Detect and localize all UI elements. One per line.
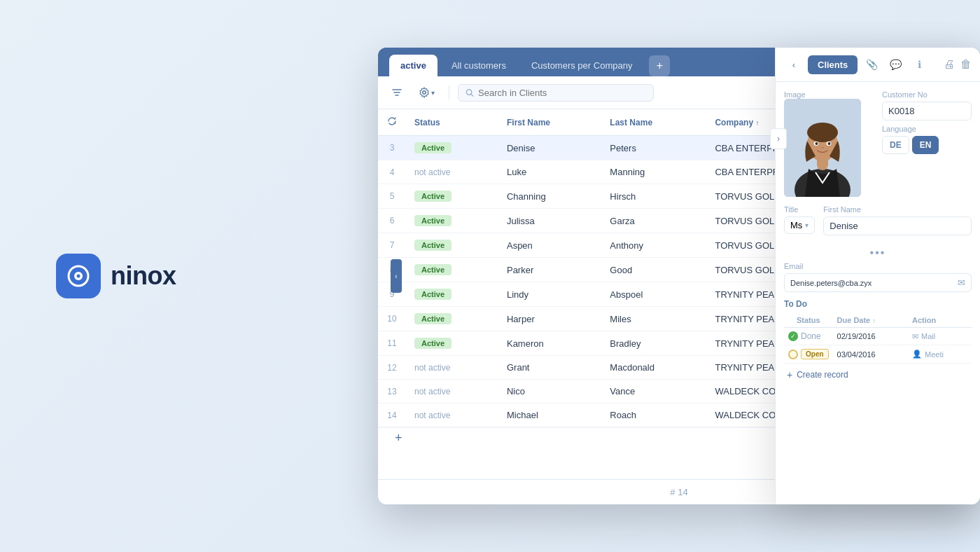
col-refresh[interactable]: [378, 109, 406, 136]
tab-customers-per-company[interactable]: Customers per Company: [520, 55, 644, 76]
row-firstname: Parker: [498, 258, 601, 282]
row-status: Active: [406, 307, 498, 331]
logo-text: ninox: [111, 261, 176, 291]
row-id: 10: [378, 307, 406, 331]
firstname-label: First Name: [823, 205, 972, 214]
row-id: 7: [378, 233, 406, 258]
col-firstname: First Name: [498, 109, 601, 136]
status-badge-active: Active: [414, 191, 451, 202]
status-badge-inactive: not active: [414, 363, 450, 373]
row-firstname: Channing: [498, 184, 601, 209]
status-badge-active: Active: [414, 289, 451, 300]
panel-title-name-row: Title Ms ▾ First Name Denise: [784, 205, 972, 235]
create-record-button[interactable]: + Create record: [784, 364, 972, 386]
language-buttons: DE EN: [882, 136, 972, 154]
collapse-handle[interactable]: ‹: [391, 259, 402, 293]
title-select[interactable]: Ms ▾: [784, 216, 815, 234]
todo-row[interactable]: Open03/04/2016👤 Meeti: [784, 345, 972, 364]
side-panel: ‹ Clients 📎 💬 ℹ 🖨 🗑 Image: [775, 48, 980, 504]
panel-clients-tab[interactable]: Clients: [808, 55, 858, 74]
row-firstname: Luke: [498, 160, 601, 184]
status-badge-inactive: not active: [414, 167, 450, 177]
title-label: Title: [784, 205, 815, 214]
row-status: Active: [406, 282, 498, 307]
search-input[interactable]: [478, 88, 646, 98]
row-id: 13: [378, 380, 406, 403]
row-firstname: Julissa: [498, 209, 601, 233]
row-id: 5: [378, 184, 406, 209]
row-lastname: Macdonald: [601, 356, 706, 380]
status-badge-active: Active: [414, 313, 451, 324]
meeting-icon: 👤: [912, 350, 922, 359]
gear-dropdown-arrow: ▾: [431, 89, 435, 97]
search-box[interactable]: [458, 84, 654, 102]
todo-open-badge: Open: [801, 349, 829, 359]
panel-back-button[interactable]: ‹: [784, 55, 804, 74]
row-id: 14: [378, 403, 406, 427]
add-row-button[interactable]: +: [386, 428, 411, 448]
row-lastname: Good: [601, 258, 706, 282]
panel-comment-button[interactable]: 💬: [886, 55, 905, 74]
todo-status: ✓Done: [784, 328, 833, 345]
todo-action-meeting: 👤 Meeti: [912, 350, 967, 359]
todo-body: ✓Done02/19/2016✉ MailOpen03/04/2016👤 Mee…: [784, 328, 972, 364]
panel-expand-button[interactable]: ›: [770, 128, 787, 149]
panel-info-button[interactable]: ℹ: [909, 55, 929, 74]
lang-de-button[interactable]: DE: [882, 136, 909, 154]
status-badge-active: Active: [414, 240, 451, 251]
row-lastname: Peters: [601, 136, 706, 160]
image-label: Image: [784, 90, 874, 99]
panel-header: ‹ Clients 📎 💬 ℹ 🖨 🗑: [776, 48, 980, 82]
row-lastname: Vance: [601, 380, 706, 403]
svg-point-2: [77, 275, 80, 278]
create-record-label: Create record: [797, 370, 848, 380]
status-badge-active: Active: [414, 215, 451, 226]
todo-open-status: Open: [788, 349, 829, 359]
email-row: Denise.peters@cba.zyx ✉: [784, 273, 972, 292]
row-firstname: Lindy: [498, 282, 601, 307]
row-status: Active: [406, 184, 498, 209]
firstname-value[interactable]: Denise: [823, 216, 972, 235]
row-lastname: Manning: [601, 160, 706, 184]
create-record-plus: +: [787, 369, 792, 380]
filter-button[interactable]: [386, 82, 407, 103]
status-badge-inactive: not active: [414, 410, 450, 420]
customer-no-group: Customer No K0018: [882, 90, 972, 120]
svg-point-12: [828, 142, 831, 145]
email-label: Email: [784, 262, 972, 270]
row-firstname: Nico: [498, 380, 601, 403]
row-status: not active: [406, 356, 498, 380]
todo-col-action: Action: [908, 313, 972, 328]
title-group: Title Ms ▾: [784, 205, 815, 235]
todo-action-mail: ✉ Mail: [912, 332, 967, 341]
lang-en-button[interactable]: EN: [912, 136, 939, 154]
tab-active[interactable]: active: [389, 55, 438, 76]
row-id: 3: [378, 136, 406, 160]
todo-table: Status Due Date ↑ Action ✓Done02/19/2016…: [784, 313, 972, 364]
customer-no-value[interactable]: K0018: [882, 102, 972, 120]
row-id: 12: [378, 356, 406, 380]
todo-col-duedate: Due Date ↑: [833, 313, 908, 328]
todo-row[interactable]: ✓Done02/19/2016✉ Mail: [784, 328, 972, 345]
col-status: Status: [406, 109, 498, 136]
row-firstname: Kameron: [498, 331, 601, 356]
firstname-group: First Name Denise: [823, 205, 972, 235]
panel-trash-button[interactable]: 🗑: [960, 58, 972, 71]
todo-done-label: Done: [801, 331, 821, 341]
email-send-icon[interactable]: ✉: [958, 277, 965, 288]
status-badge-active: Active: [414, 264, 451, 275]
row-status: Active: [406, 258, 498, 282]
todo-col-status: Status: [784, 313, 833, 328]
logo-area: ninox: [56, 254, 176, 298]
panel-print-button[interactable]: 🖨: [944, 58, 955, 71]
panel-attach-button[interactable]: 📎: [862, 55, 881, 74]
row-lastname: Garza: [601, 209, 706, 233]
mail-icon: ✉: [912, 332, 918, 341]
email-value: Denise.peters@cba.zyx: [790, 279, 953, 287]
tab-all-customers[interactable]: All customers: [440, 55, 517, 76]
row-status: Active: [406, 233, 498, 258]
gear-button[interactable]: ▾: [413, 84, 440, 101]
panel-header-right: 🖨 🗑: [944, 58, 972, 71]
row-firstname: Michael: [498, 403, 601, 427]
tab-add-button[interactable]: +: [649, 55, 670, 76]
